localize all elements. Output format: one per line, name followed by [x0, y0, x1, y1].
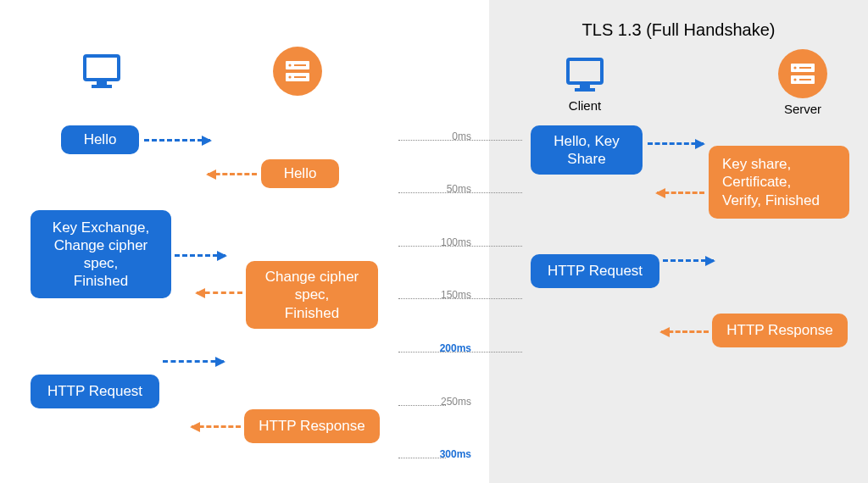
svg-rect-2	[92, 85, 112, 88]
msg-client-req-left: HTTP Request	[31, 375, 159, 408]
svg-rect-17	[799, 79, 811, 80]
tick-0: 0ms	[437, 130, 471, 142]
monitor-icon	[565, 54, 605, 95]
msg-server-resp-left: HTTP Response	[244, 409, 380, 443]
svg-rect-10	[580, 85, 590, 88]
svg-rect-1	[97, 81, 107, 85]
msg-client-hello-left: Hello	[61, 125, 139, 154]
tick-100: 100ms	[437, 236, 471, 248]
svg-rect-11	[575, 88, 595, 92]
msg-client-hello-right: Hello, Key Share	[531, 125, 643, 175]
title-tls13: TLS 1.3 (Full Handshake)	[489, 20, 868, 40]
svg-rect-7	[294, 64, 306, 66]
svg-point-6	[288, 75, 291, 78]
arrow-left-icon	[657, 192, 704, 194]
svg-point-5	[288, 64, 291, 66]
svg-rect-0	[85, 56, 119, 80]
arrow-right-icon	[144, 139, 210, 142]
arrow-left-icon	[192, 425, 241, 428]
arrow-right-icon	[648, 142, 704, 145]
monitor-icon	[81, 51, 122, 92]
arrow-left-icon	[197, 291, 242, 294]
tick-200: 200ms	[437, 342, 471, 354]
label-client: Client	[565, 98, 605, 113]
msg-client-kex-left: Key Exchange, Change cipher spec, Finish…	[31, 210, 171, 298]
svg-rect-8	[294, 76, 306, 78]
tick-250: 250ms	[437, 396, 471, 408]
arrow-right-icon	[175, 254, 225, 257]
svg-point-15	[793, 78, 796, 80]
svg-point-14	[793, 66, 796, 69]
tick-300: 300ms	[437, 448, 471, 460]
msg-server-ks-right: Key share, Certificate, Verify, Finished	[709, 146, 849, 219]
msg-server-hello-left: Hello	[261, 159, 339, 188]
svg-rect-9	[568, 59, 602, 83]
msg-server-ccs-left: Change cipher spec, Finished	[246, 261, 378, 329]
arrow-right-icon	[163, 360, 224, 363]
msg-client-req-right: HTTP Request	[531, 254, 659, 288]
server-icon	[778, 49, 827, 98]
tick-150: 150ms	[437, 289, 471, 301]
label-server: Server	[778, 102, 827, 116]
server-icon	[273, 47, 322, 96]
svg-rect-16	[799, 67, 811, 69]
msg-server-resp-right: HTTP Response	[712, 314, 848, 347]
tick-50: 50ms	[437, 183, 471, 195]
arrow-left-icon	[208, 173, 257, 175]
arrow-right-icon	[663, 259, 714, 262]
arrow-left-icon	[661, 330, 709, 333]
